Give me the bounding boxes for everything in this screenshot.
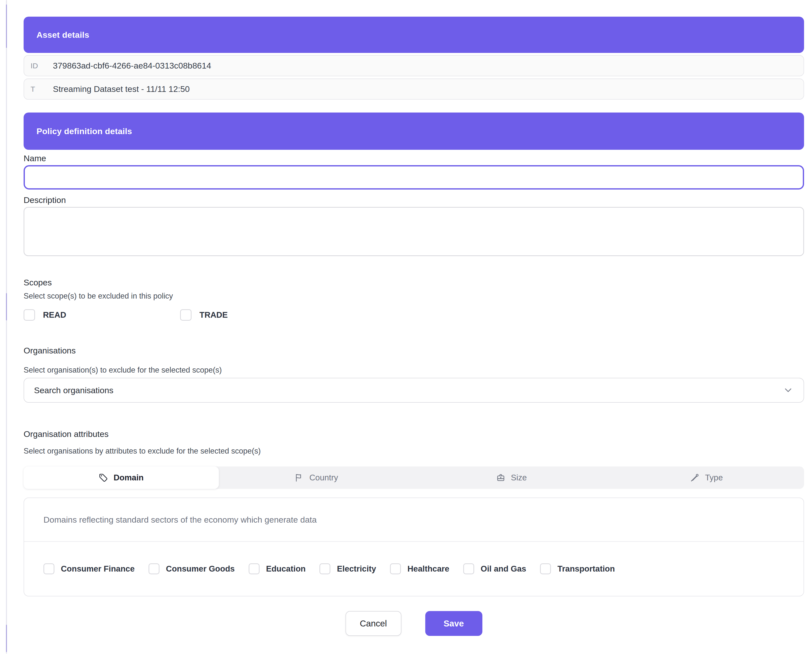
organisation-attributes-subtitle: Select organisations by attributes to ex… <box>23 446 804 456</box>
domain-education-checkbox[interactable] <box>249 564 260 574</box>
description-label: Description <box>23 195 804 205</box>
domain-healthcare-checkbox[interactable] <box>390 564 401 574</box>
scope-trade-option[interactable]: TRADE <box>180 309 337 321</box>
scope-read-label: READ <box>43 310 66 320</box>
asset-details-title: Asset details <box>37 30 89 40</box>
cancel-button[interactable]: Cancel <box>345 611 401 636</box>
tab-country[interactable]: Country <box>219 467 414 489</box>
organisations-title: Organisations <box>23 346 804 355</box>
domain-option-healthcare[interactable]: Healthcare <box>390 564 450 574</box>
scopes-subtitle: Select scope(s) to be excluded in this p… <box>23 291 804 301</box>
description-input[interactable] <box>23 207 804 256</box>
domain-option-transportation[interactable]: Transportation <box>540 564 615 574</box>
scope-read-checkbox[interactable] <box>23 309 35 321</box>
scope-trade-label: TRADE <box>199 310 228 320</box>
scopes-title: Scopes <box>23 277 804 287</box>
scope-read-option[interactable]: READ <box>23 309 180 321</box>
search-organisations-select[interactable]: Search organisations <box>23 378 804 403</box>
domain-option-oil-and-gas[interactable]: Oil and Gas <box>463 564 526 574</box>
scope-trade-checkbox[interactable] <box>180 309 191 321</box>
left-scrollbar[interactable] <box>6 0 7 654</box>
domain-electricity-checkbox[interactable] <box>319 564 330 574</box>
search-organisations-placeholder: Search organisations <box>34 386 783 395</box>
domain-option-education[interactable]: Education <box>249 564 306 574</box>
tab-type-label: Type <box>705 473 723 483</box>
domain-healthcare-label: Healthcare <box>408 564 450 573</box>
tab-domain-label: Domain <box>114 473 143 483</box>
domain-option-consumer-goods[interactable]: Consumer Goods <box>149 564 235 574</box>
domain-transportation-checkbox[interactable] <box>540 564 551 574</box>
name-input[interactable] <box>23 165 804 190</box>
tab-domain[interactable]: Domain <box>23 467 219 489</box>
domain-option-consumer-finance[interactable]: Consumer Finance <box>44 564 135 574</box>
asset-title-row: T Streaming Dataset test - 11/11 12:50 <box>23 78 804 100</box>
tag-icon <box>99 473 108 483</box>
domain-option-electricity[interactable]: Electricity <box>319 564 376 574</box>
asset-title-value: Streaming Dataset test - 11/11 12:50 <box>53 84 190 94</box>
asset-id-label: ID <box>31 62 46 70</box>
domain-electricity-label: Electricity <box>337 564 376 573</box>
domain-options-row: Consumer Finance Consumer Goods Educatio… <box>24 542 804 596</box>
eyedropper-icon <box>690 473 700 483</box>
scopes-checkbox-group: READ TRADE <box>23 309 804 321</box>
domain-panel-description: Domains reflecting standard sectors of t… <box>24 498 804 542</box>
organisation-attributes-title: Organisation attributes <box>23 429 804 439</box>
attribute-tabs: Domain Country Size <box>23 467 804 489</box>
policy-form: Asset details ID 379863ad-cbf6-4266-ae84… <box>23 0 804 636</box>
domain-consumer-goods-label: Consumer Goods <box>166 564 235 573</box>
domain-oil-and-gas-checkbox[interactable] <box>463 564 474 574</box>
domain-education-label: Education <box>266 564 306 573</box>
tab-country-label: Country <box>309 473 338 483</box>
asset-id-value: 379863ad-cbf6-4266-ae84-0313c08b8614 <box>53 61 211 70</box>
domain-transportation-label: Transportation <box>557 564 615 573</box>
asset-title-label: T <box>31 85 46 93</box>
asset-id-row: ID 379863ad-cbf6-4266-ae84-0313c08b8614 <box>23 55 804 76</box>
policy-definition-title: Policy definition details <box>37 126 132 136</box>
organisations-subtitle: Select organisation(s) to exclude for th… <box>23 365 804 375</box>
tab-size[interactable]: Size <box>414 467 609 489</box>
flag-icon <box>294 473 304 483</box>
domain-consumer-goods-checkbox[interactable] <box>149 564 159 574</box>
domain-consumer-finance-label: Consumer Finance <box>61 564 135 573</box>
asset-details-header: Asset details <box>23 17 804 53</box>
domain-tab-panel: Domains reflecting standard sectors of t… <box>23 498 804 596</box>
domain-consumer-finance-checkbox[interactable] <box>44 564 54 574</box>
tab-type[interactable]: Type <box>609 467 804 489</box>
domain-oil-and-gas-label: Oil and Gas <box>481 564 526 573</box>
briefcase-icon <box>496 473 506 483</box>
name-label: Name <box>23 153 804 163</box>
tab-size-label: Size <box>511 473 527 483</box>
chevron-down-icon <box>783 385 793 396</box>
scrollbar-segment <box>6 5 7 48</box>
save-button[interactable]: Save <box>425 611 482 636</box>
policy-definition-header: Policy definition details <box>23 112 804 150</box>
scrollbar-segment <box>6 293 7 321</box>
form-actions: Cancel Save <box>23 611 804 636</box>
scrollbar-segment <box>6 625 7 652</box>
